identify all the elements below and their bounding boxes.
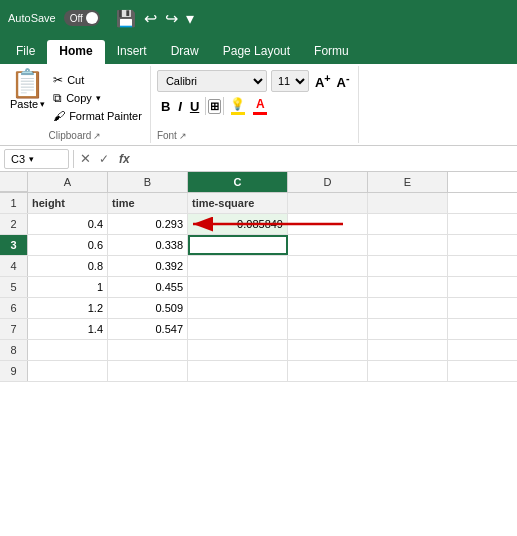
cell-reference[interactable]: C3 ▾ bbox=[4, 149, 69, 169]
row-num-7[interactable]: 7 bbox=[0, 319, 28, 339]
cell-a1[interactable]: height bbox=[28, 193, 108, 213]
font-grow-shrink: A+ A- bbox=[313, 73, 352, 89]
table-row: 9 bbox=[0, 361, 517, 382]
cell-e6[interactable] bbox=[368, 298, 448, 318]
row-num-1[interactable]: 1 bbox=[0, 193, 28, 213]
col-header-c[interactable]: C bbox=[188, 172, 288, 192]
cell-a6[interactable]: 1.2 bbox=[28, 298, 108, 318]
col-header-a[interactable]: A bbox=[28, 172, 108, 192]
row-num-3[interactable]: 3 bbox=[0, 235, 28, 255]
clipboard-expand-icon[interactable]: ↗ bbox=[93, 131, 101, 141]
cell-c7[interactable] bbox=[188, 319, 288, 339]
cell-c9[interactable] bbox=[188, 361, 288, 381]
cell-d3[interactable] bbox=[288, 235, 368, 255]
cell-b3[interactable]: 0.338 bbox=[108, 235, 188, 255]
row-num-5[interactable]: 5 bbox=[0, 277, 28, 297]
paste-dropdown-arrow[interactable]: ▾ bbox=[40, 99, 45, 109]
row-num-4[interactable]: 4 bbox=[0, 256, 28, 276]
cell-a9[interactable] bbox=[28, 361, 108, 381]
italic-button[interactable]: I bbox=[174, 98, 186, 115]
underline-button[interactable]: U bbox=[186, 98, 203, 115]
cell-d9[interactable] bbox=[288, 361, 368, 381]
cell-d5[interactable] bbox=[288, 277, 368, 297]
cell-b8[interactable] bbox=[108, 340, 188, 360]
undo-icon[interactable]: ↩ bbox=[144, 9, 157, 28]
cell-b1[interactable]: time bbox=[108, 193, 188, 213]
tab-page-layout[interactable]: Page Layout bbox=[211, 40, 302, 64]
cell-e2[interactable] bbox=[368, 214, 448, 234]
formula-input[interactable] bbox=[138, 152, 513, 166]
font-expand-icon[interactable]: ↗ bbox=[179, 131, 187, 141]
cell-b5[interactable]: 0.455 bbox=[108, 277, 188, 297]
cell-c1[interactable]: time-square bbox=[188, 193, 288, 213]
customize-icon[interactable]: ▾ bbox=[186, 9, 194, 28]
cell-b7[interactable]: 0.547 bbox=[108, 319, 188, 339]
save-icon[interactable]: 💾 bbox=[116, 9, 136, 28]
font-group: Calibri 11 A+ A- B I U ⊞ 💡 bbox=[151, 66, 359, 143]
cell-a5[interactable]: 1 bbox=[28, 277, 108, 297]
cell-a3[interactable]: 0.6 bbox=[28, 235, 108, 255]
cell-ref-dropdown[interactable]: ▾ bbox=[29, 154, 34, 164]
cell-c6[interactable] bbox=[188, 298, 288, 318]
redo-icon[interactable]: ↪ bbox=[165, 9, 178, 28]
cell-d4[interactable] bbox=[288, 256, 368, 276]
tab-file[interactable]: File bbox=[4, 40, 47, 64]
font-name-select[interactable]: Calibri bbox=[157, 70, 267, 92]
row-num-2[interactable]: 2 bbox=[0, 214, 28, 234]
cell-e7[interactable] bbox=[368, 319, 448, 339]
cell-b9[interactable] bbox=[108, 361, 188, 381]
font-color-bar bbox=[253, 112, 267, 115]
formula-fx-button[interactable]: fx bbox=[115, 152, 134, 166]
border-button[interactable]: ⊞ bbox=[208, 99, 221, 114]
cell-c5[interactable] bbox=[188, 277, 288, 297]
tab-home[interactable]: Home bbox=[47, 40, 104, 64]
col-header-b[interactable]: B bbox=[108, 172, 188, 192]
cell-e5[interactable] bbox=[368, 277, 448, 297]
copy-button[interactable]: ⧉ Copy ▾ bbox=[51, 90, 144, 106]
col-header-d[interactable]: D bbox=[288, 172, 368, 192]
cell-d1[interactable] bbox=[288, 193, 368, 213]
cell-d6[interactable] bbox=[288, 298, 368, 318]
font-grow-button[interactable]: A+ bbox=[313, 73, 333, 89]
sheet-container: A B C D E 1 height time time-square 2 0.… bbox=[0, 172, 517, 382]
formula-cancel-icon[interactable]: ✕ bbox=[78, 151, 93, 166]
row-num-9[interactable]: 9 bbox=[0, 361, 28, 381]
font-color-button[interactable]: A bbox=[249, 96, 271, 116]
format-painter-button[interactable]: 🖌 Format Painter bbox=[51, 108, 144, 124]
cell-e8[interactable] bbox=[368, 340, 448, 360]
cell-e1[interactable] bbox=[368, 193, 448, 213]
cell-b4[interactable]: 0.392 bbox=[108, 256, 188, 276]
cell-e9[interactable] bbox=[368, 361, 448, 381]
row-num-6[interactable]: 6 bbox=[0, 298, 28, 318]
cell-c4[interactable] bbox=[188, 256, 288, 276]
cut-button[interactable]: ✂ Cut bbox=[51, 72, 144, 88]
cell-e4[interactable] bbox=[368, 256, 448, 276]
cell-a4[interactable]: 0.8 bbox=[28, 256, 108, 276]
cell-a2[interactable]: 0.4 bbox=[28, 214, 108, 234]
cell-a7[interactable]: 1.4 bbox=[28, 319, 108, 339]
col-header-e[interactable]: E bbox=[368, 172, 448, 192]
copy-dropdown[interactable]: ▾ bbox=[96, 93, 101, 103]
cell-c8[interactable] bbox=[188, 340, 288, 360]
cell-d7[interactable] bbox=[288, 319, 368, 339]
cell-c3[interactable] bbox=[188, 235, 288, 255]
font-size-select[interactable]: 11 bbox=[271, 70, 309, 92]
autosave-toggle[interactable]: Off bbox=[64, 10, 100, 26]
toggle-off-label: Off bbox=[70, 13, 83, 24]
cell-a8[interactable] bbox=[28, 340, 108, 360]
table-row: 7 1.4 0.547 bbox=[0, 319, 517, 340]
tab-insert[interactable]: Insert bbox=[105, 40, 159, 64]
cell-d8[interactable] bbox=[288, 340, 368, 360]
cell-b2[interactable]: 0.293 bbox=[108, 214, 188, 234]
cell-e3[interactable] bbox=[368, 235, 448, 255]
tab-formulas[interactable]: Formu bbox=[302, 40, 361, 64]
tab-draw[interactable]: Draw bbox=[159, 40, 211, 64]
bold-button[interactable]: B bbox=[157, 98, 174, 115]
highlight-color-button[interactable]: 💡 bbox=[226, 96, 249, 116]
font-shrink-button[interactable]: A- bbox=[335, 73, 352, 89]
paste-button[interactable]: 📋 Paste ▾ bbox=[6, 68, 49, 112]
cell-b6[interactable]: 0.509 bbox=[108, 298, 188, 318]
formula-confirm-icon[interactable]: ✓ bbox=[97, 152, 111, 166]
ribbon-toolbar: 📋 Paste ▾ ✂ Cut ⧉ Copy ▾ 🖌 bbox=[0, 64, 517, 146]
row-num-8[interactable]: 8 bbox=[0, 340, 28, 360]
